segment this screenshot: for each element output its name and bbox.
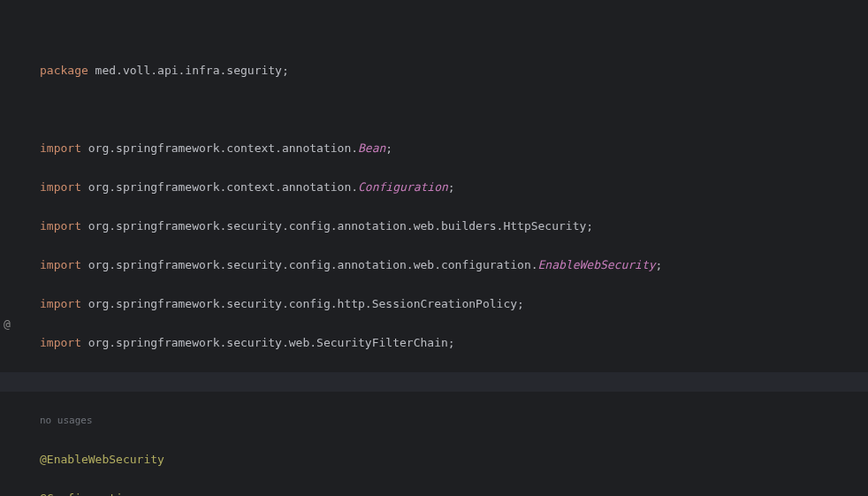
usage-hint[interactable]: no usages [40,411,868,431]
code-line: import org.springframework.security.conf… [40,294,868,314]
code-line: import org.springframework.security.conf… [40,256,868,275]
code-line [40,100,868,119]
code-line: package med.voll.api.infra.segurity; [40,61,868,80]
code-line: import org.springframework.context.annot… [40,178,868,197]
code-line: @EnableWebSecurity [40,450,868,469]
code-line: import org.springframework.security.web.… [40,333,868,353]
code-line: import org.springframework.security.conf… [40,217,868,236]
code-line: @Configuration [40,489,868,496]
gutter: @ [0,0,31,496]
code-area[interactable]: package med.voll.api.infra.segurity; imp… [31,0,868,496]
code-line [40,372,868,392]
code-line: import org.springframework.context.annot… [40,139,868,158]
gutter-annotation-icon[interactable]: @ [4,315,11,334]
code-editor[interactable]: @ package med.voll.api.infra.segurity; i… [0,0,868,496]
